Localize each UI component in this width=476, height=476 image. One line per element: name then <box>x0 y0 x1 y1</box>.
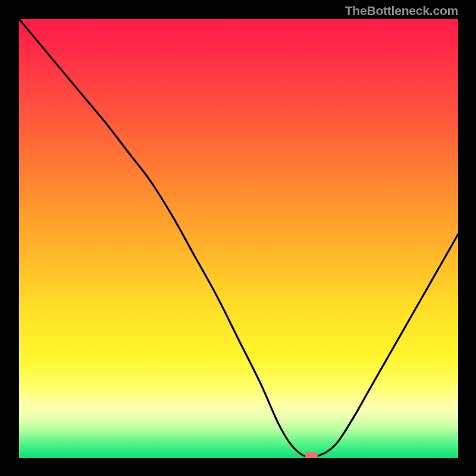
bottleneck-curve <box>19 19 458 458</box>
watermark-text: TheBottleneck.com <box>345 4 458 18</box>
plot-area <box>19 19 458 458</box>
optimal-point-marker <box>305 452 318 458</box>
chart-container: TheBottleneck.com <box>0 0 476 476</box>
